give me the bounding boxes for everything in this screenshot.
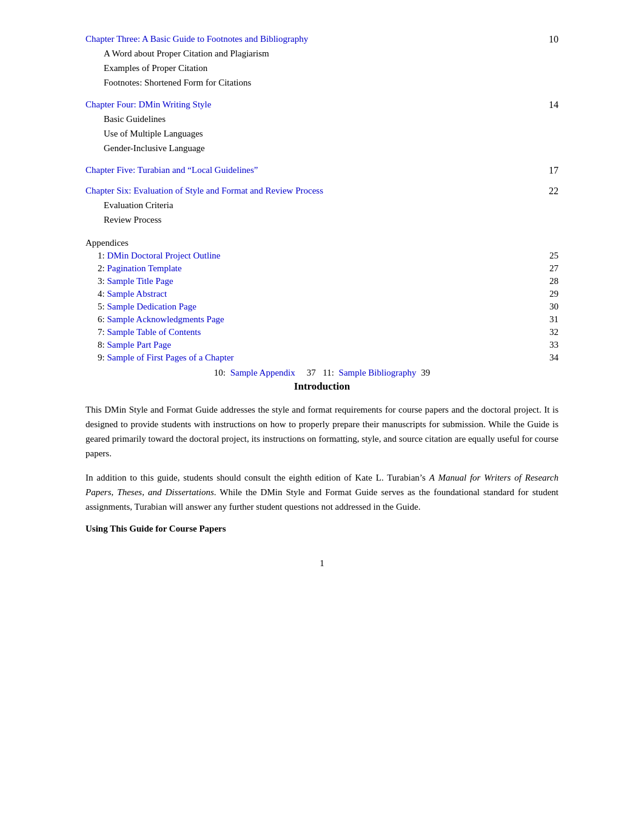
appendix-3-page: 28	[540, 276, 558, 286]
appendix-2-link[interactable]: Pagination Template	[107, 263, 181, 273]
appendix-8-row: 8: Sample Part Page 33	[86, 340, 558, 350]
appendix-4-page: 29	[540, 289, 558, 299]
toc-sub-line: Evaluation Criteria	[104, 198, 558, 212]
toc-chapter-3-page: 10	[540, 34, 558, 45]
appendix-5-link[interactable]: Sample Dedication Page	[107, 302, 196, 311]
appendix-3-link[interactable]: Sample Title Page	[107, 276, 173, 286]
subheading-using-guide: Using This Guide for Course Papers	[86, 524, 558, 534]
toc-chapter-5-link[interactable]: Chapter Five: Turabian and “Local Guidel…	[86, 165, 258, 175]
appendix-8-link[interactable]: Sample Part Page	[107, 340, 171, 350]
appendix-5-row: 5: Sample Dedication Page 30	[86, 302, 558, 312]
toc-chapter-6-link[interactable]: Chapter Six: Evaluation of Style and For…	[86, 186, 323, 196]
document-page: Chapter Three: A Basic Guide to Footnote…	[86, 24, 558, 569]
appendix-8-num: 8: Sample Part Page	[98, 340, 171, 350]
appendix-1-page: 25	[540, 251, 558, 261]
appendix-4-num: 4: Sample Abstract	[98, 289, 167, 299]
appendix-7-num: 7: Sample Table of Contents	[98, 327, 201, 337]
toc-sub-line: Basic Guidelines	[104, 112, 558, 126]
introduction-heading: Introduction	[86, 380, 558, 393]
toc-chapter-6: Chapter Six: Evaluation of Style and For…	[86, 186, 558, 227]
toc-sub-line: Examples of Proper Citation	[104, 61, 558, 75]
appendix-bottom-row: 10: Sample Appendix 37 11: Sample Biblio…	[86, 368, 558, 378]
appendix-10-num: 10:	[214, 368, 228, 378]
appendix-11-num: 11:	[318, 368, 337, 378]
appendix-11-link[interactable]: Sample Bibliography	[339, 368, 417, 378]
appendix-1-link[interactable]: DMin Doctoral Project Outline	[107, 251, 220, 260]
appendix-10-link[interactable]: Sample Appendix	[230, 368, 295, 378]
toc-chapter-3-subs: A Word about Proper Citation and Plagiar…	[86, 46, 558, 90]
appendix-8-page: 33	[540, 340, 558, 350]
toc-chapter-4: Chapter Four: DMin Writing Style 14 Basi…	[86, 100, 558, 155]
appendix-5-page: 30	[540, 302, 558, 312]
toc-sub-line: Review Process	[104, 212, 558, 227]
italic-text: A Manual for Writers of Research Papers,…	[86, 473, 558, 497]
toc-chapter-6-subs: Evaluation Criteria Review Process	[86, 198, 558, 227]
toc-chapter-3-link[interactable]: Chapter Three: A Basic Guide to Footnote…	[86, 34, 308, 44]
appendix-7-link[interactable]: Sample Table of Contents	[107, 327, 201, 337]
toc-chapter-4-subs: Basic Guidelines Use of Multiple Languag…	[86, 112, 558, 155]
toc-sub-line: Use of Multiple Languages	[104, 126, 558, 141]
toc-chapter-5-page: 17	[540, 165, 558, 176]
appendix-2-page: 27	[540, 263, 558, 274]
appendix-7-row: 7: Sample Table of Contents 32	[86, 327, 558, 337]
appendix-6-num: 6: Sample Acknowledgments Page	[98, 314, 224, 325]
appendix-1-num: 1: DMin Doctoral Project Outline	[98, 251, 220, 261]
appendix-9-page: 34	[540, 353, 558, 363]
appendix-3-num: 3: Sample Title Page	[98, 276, 173, 286]
toc-chapter-4-link[interactable]: Chapter Four: DMin Writing Style	[86, 100, 211, 110]
appendix-9-num: 9: Sample of First Pages of a Chapter	[98, 353, 234, 363]
toc-chapter-6-page: 22	[540, 186, 558, 197]
toc-chapter-3: Chapter Three: A Basic Guide to Footnote…	[86, 34, 558, 90]
toc-sub-line: Gender-Inclusive Language	[104, 141, 558, 155]
appendix-2-row: 2: Pagination Template 27	[86, 263, 558, 274]
appendix-4-row: 4: Sample Abstract 29	[86, 289, 558, 299]
appendix-6-link[interactable]: Sample Acknowledgments Page	[107, 314, 224, 324]
intro-paragraph-2: In addition to this guide, students shou…	[86, 470, 558, 514]
appendix-6-row: 6: Sample Acknowledgments Page 31	[86, 314, 558, 325]
appendix-1-row: 1: DMin Doctoral Project Outline 25	[86, 251, 558, 261]
appendix-3-row: 3: Sample Title Page 28	[86, 276, 558, 286]
appendix-6-page: 31	[540, 314, 558, 325]
toc-chapter-5: Chapter Five: Turabian and “Local Guidel…	[86, 165, 558, 176]
toc-sub-line: Footnotes: Shortened Form for Citations	[104, 75, 558, 90]
appendix-4-link[interactable]: Sample Abstract	[107, 289, 167, 299]
page-number: 1	[86, 558, 558, 569]
toc-chapter-4-page: 14	[540, 100, 558, 110]
appendix-9-row: 9: Sample of First Pages of a Chapter 34	[86, 353, 558, 363]
appendices-header: Appendices	[86, 238, 558, 248]
toc-sub-line: A Word about Proper Citation and Plagiar…	[104, 46, 558, 61]
appendix-7-page: 32	[540, 327, 558, 337]
appendix-11-page: 39	[419, 368, 431, 378]
appendix-10-page: 37	[298, 368, 316, 378]
appendix-5-num: 5: Sample Dedication Page	[98, 302, 196, 312]
appendix-2-num: 2: Pagination Template	[98, 263, 182, 274]
appendix-9-link[interactable]: Sample of First Pages of a Chapter	[107, 353, 233, 362]
intro-paragraph-1: This DMin Style and Format Guide address…	[86, 402, 558, 461]
